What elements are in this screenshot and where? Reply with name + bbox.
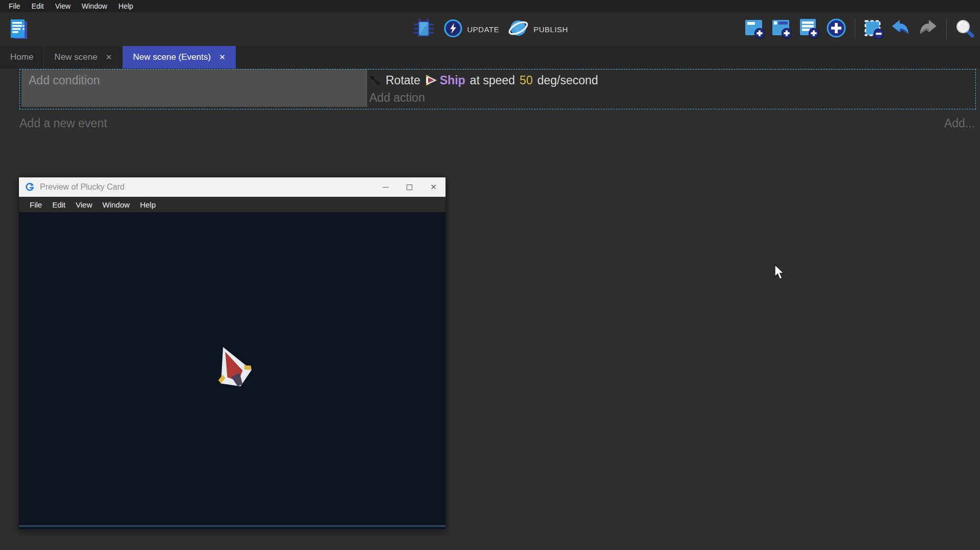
close-icon: ✕ <box>430 182 437 192</box>
rotate-action-row[interactable]: Rotate Ship at speed 50 d <box>369 72 975 89</box>
add-action-placeholder[interactable]: Add action <box>369 89 975 106</box>
redo-button[interactable] <box>917 18 939 40</box>
preview-titlebar[interactable]: Preview of Plucky Card ✕ <box>19 177 446 197</box>
maximize-icon <box>407 185 412 190</box>
add-subevent-button[interactable] <box>771 17 793 41</box>
tab-new-scene[interactable]: New scene ✕ <box>44 46 123 68</box>
publish-label: PUBLISH <box>533 25 568 34</box>
preview-menubar: File Edit View Window Help <box>19 197 446 212</box>
toolbar-separator <box>946 19 947 39</box>
events-sheet: Add condition Rotate <box>0 68 980 181</box>
publish-planet-icon <box>507 17 529 41</box>
preview-menu-edit[interactable]: Edit <box>48 200 70 209</box>
publish-button[interactable]: PUBLISH <box>507 17 568 41</box>
debugger-button[interactable] <box>412 16 435 42</box>
tab-label: Home <box>10 52 33 62</box>
rotate-arrows-icon <box>369 75 381 86</box>
tab-home[interactable]: Home <box>0 46 44 68</box>
undo-button[interactable] <box>890 18 911 40</box>
window-controls: ✕ <box>373 177 446 197</box>
toolbar-separator <box>855 19 855 39</box>
add-new-event-placeholder[interactable]: Add a new event <box>19 117 107 130</box>
undo-icon <box>890 18 911 40</box>
update-bolt-icon <box>443 19 462 40</box>
event-conditions-panel[interactable]: Add condition <box>21 70 367 107</box>
preview-menu-window[interactable]: Window <box>98 200 134 209</box>
tab-label: New scene <box>54 52 97 62</box>
delete-selection-button[interactable] <box>863 17 884 41</box>
menu-file[interactable]: File <box>3 2 26 10</box>
gdevelop-logo-icon <box>25 182 35 192</box>
minimize-button[interactable] <box>373 177 397 197</box>
add-event-button-right[interactable]: Add... <box>944 117 975 130</box>
preview-window-title: Preview of Plucky Card <box>40 182 373 192</box>
event-actions-panel: Rotate Ship at speed 50 d <box>367 70 975 109</box>
preview-window: Preview of Plucky Card ✕ File Edit View … <box>18 177 446 530</box>
menu-view[interactable]: View <box>50 2 76 10</box>
action-speed-value: 50 <box>520 74 533 87</box>
add-comment-icon <box>798 17 820 41</box>
tab-close-icon[interactable]: ✕ <box>105 53 112 62</box>
tab-bar: Home New scene ✕ New scene (Events) ✕ <box>0 46 980 68</box>
mouse-cursor-icon <box>774 264 786 283</box>
debugger-bug-icon <box>412 16 435 42</box>
tab-close-icon[interactable]: ✕ <box>219 53 226 62</box>
update-button[interactable]: UPDATE <box>443 19 499 40</box>
ship-sprite <box>204 337 261 397</box>
menu-window[interactable]: Window <box>76 2 113 10</box>
preview-menu-view[interactable]: View <box>71 200 97 209</box>
add-event-button[interactable] <box>744 17 766 41</box>
add-more-events-button[interactable] <box>826 17 847 41</box>
redo-icon <box>917 18 939 40</box>
maximize-button[interactable] <box>397 177 421 197</box>
minimize-icon <box>383 187 389 188</box>
update-label: UPDATE <box>467 25 499 34</box>
add-event-icon <box>744 17 766 41</box>
search-icon <box>954 18 975 40</box>
search-button[interactable] <box>954 18 975 40</box>
action-object-chip: Ship <box>425 74 465 87</box>
preview-menu-file[interactable]: File <box>25 200 47 209</box>
add-subevent-icon <box>771 17 793 41</box>
main-menubar: File Edit View Window Help <box>0 0 980 12</box>
game-canvas[interactable] <box>19 212 446 527</box>
action-text-prefix: Rotate <box>386 74 420 87</box>
action-text-middle: at speed <box>470 74 515 87</box>
event-row[interactable]: Add condition Rotate <box>19 69 976 109</box>
add-comment-button[interactable] <box>798 17 820 41</box>
preview-menu-help[interactable]: Help <box>136 200 161 209</box>
main-toolbar: UPDATE PUBLISH <box>0 12 980 46</box>
project-manager-button[interactable] <box>9 18 29 43</box>
square-minus-icon <box>863 17 884 41</box>
ship-thumbnail-icon <box>425 75 437 86</box>
project-manager-icon <box>9 18 29 43</box>
circle-plus-icon <box>826 17 847 41</box>
action-text-suffix: deg/second <box>537 74 598 87</box>
tab-label: New scene (Events) <box>133 52 211 62</box>
add-condition-placeholder[interactable]: Add condition <box>29 74 367 87</box>
tab-new-scene-events[interactable]: New scene (Events) ✕ <box>123 46 236 68</box>
menu-edit[interactable]: Edit <box>26 2 50 10</box>
action-object-name: Ship <box>440 74 465 87</box>
menu-help[interactable]: Help <box>113 2 139 10</box>
close-button[interactable]: ✕ <box>421 177 446 197</box>
